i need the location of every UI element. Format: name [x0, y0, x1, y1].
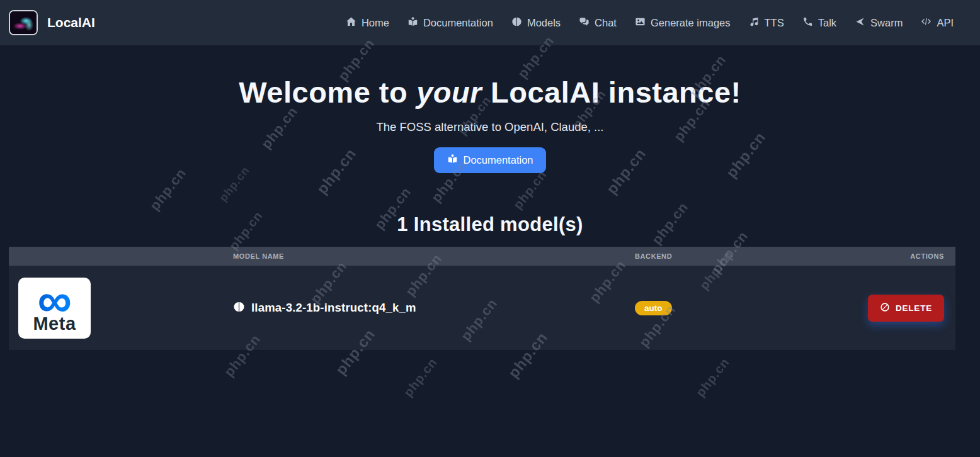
actions-cell: DELETE	[831, 295, 955, 322]
hero-section: Welcome to your LocalAI instance! The FO…	[0, 75, 980, 173]
home-icon	[346, 16, 356, 30]
brain-icon	[511, 16, 522, 30]
music-icon	[749, 16, 760, 30]
ban-icon	[880, 302, 890, 314]
nav-item-label: Chat	[595, 17, 617, 29]
title-pre: Welcome to	[239, 75, 407, 110]
nav-item-models[interactable]: Models	[511, 16, 561, 30]
nav-item-label: API	[937, 17, 954, 29]
watermark-text: php.cn	[693, 355, 732, 400]
nav-item-generate-images[interactable]: Generate images	[635, 16, 731, 30]
nav-item-talk[interactable]: Talk	[802, 16, 836, 30]
header-model-name: MODEL NAME	[224, 252, 635, 260]
backend-badge: auto	[635, 301, 672, 315]
nav-item-label: Documentation	[423, 17, 493, 29]
navbar: LocalAI Home Documentation Models Chat	[0, 0, 980, 45]
table-row: ∞ Meta llama-3.2-1b-instruct:q4_k_m auto…	[9, 266, 955, 350]
comments-icon	[579, 16, 590, 30]
nav-item-swarm[interactable]: Swarm	[855, 16, 903, 30]
title-post: LocalAI instance!	[491, 75, 741, 110]
nav-item-tts[interactable]: TTS	[749, 16, 784, 30]
header-actions: ACTIONS	[831, 252, 955, 260]
title-emphasis: your	[416, 75, 482, 110]
watermark-text: php.cn	[401, 355, 440, 400]
nav-menu: Home Documentation Models Chat Generate …	[346, 16, 954, 30]
meta-logo: ∞ Meta	[18, 278, 91, 339]
meta-wordmark: Meta	[33, 313, 76, 334]
book-reader-icon	[447, 154, 458, 167]
watermark-text: php.cn	[511, 167, 550, 212]
installed-models-heading: 1 Installed model(s)	[0, 213, 980, 236]
brain-icon	[233, 301, 245, 315]
page-title: Welcome to your LocalAI instance!	[0, 75, 980, 110]
delete-button[interactable]: DELETE	[868, 295, 944, 322]
localai-logo[interactable]	[9, 10, 38, 35]
nav-item-label: Home	[362, 17, 389, 29]
table-header-row: MODEL NAME BACKEND ACTIONS	[9, 247, 955, 266]
hero-subtitle: The FOSS alternative to OpenAI, Claude, …	[0, 120, 980, 134]
brand-title: LocalAI	[47, 15, 95, 30]
nav-item-api[interactable]: API	[921, 16, 954, 30]
delete-button-label: DELETE	[896, 303, 932, 313]
meta-infinity-icon: ∞	[37, 285, 71, 315]
nav-item-chat[interactable]: Chat	[579, 16, 617, 30]
model-name-cell: llama-3.2-1b-instruct:q4_k_m	[224, 301, 635, 315]
nav-item-label: TTS	[765, 17, 784, 29]
book-reader-icon	[407, 16, 418, 30]
header-backend: BACKEND	[635, 252, 831, 260]
nav-item-label: Swarm	[870, 17, 903, 29]
nav-item-label: Talk	[818, 17, 836, 29]
documentation-button[interactable]: Documentation	[434, 147, 547, 173]
image-icon	[635, 16, 646, 30]
llama-logo-art	[10, 11, 37, 34]
documentation-button-label: Documentation	[464, 154, 533, 166]
phone-icon	[802, 16, 813, 30]
nav-item-documentation[interactable]: Documentation	[407, 16, 493, 30]
nav-item-label: Models	[527, 17, 561, 29]
models-table: MODEL NAME BACKEND ACTIONS ∞ Meta llama-…	[9, 247, 955, 350]
nav-item-label: Generate images	[651, 17, 731, 29]
swarm-icon	[855, 16, 865, 30]
model-name: llama-3.2-1b-instruct:q4_k_m	[251, 301, 416, 315]
nav-item-home[interactable]: Home	[346, 16, 389, 30]
code-icon	[921, 16, 932, 30]
backend-cell: auto	[635, 301, 831, 315]
vendor-logo-cell: ∞ Meta	[9, 278, 224, 339]
localai-page: LocalAI Home Documentation Models Chat	[0, 0, 980, 457]
